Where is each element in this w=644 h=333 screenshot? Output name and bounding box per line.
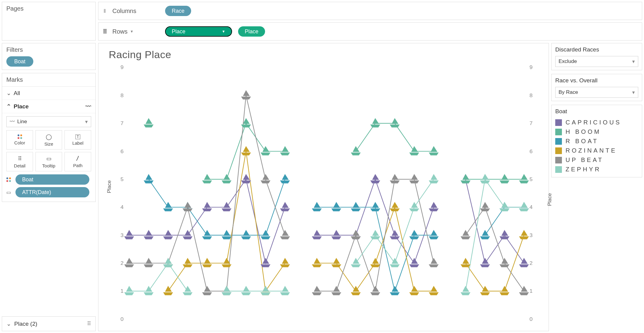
boat-mark[interactable] <box>351 146 361 155</box>
mark-tooltip-button[interactable]: ▭ Tooltip <box>35 152 62 171</box>
boat-mark[interactable] <box>460 174 470 183</box>
boat-mark[interactable] <box>202 286 212 295</box>
boat-mark[interactable] <box>460 230 470 239</box>
tooltip-pill-date[interactable]: ATTR(Date) <box>15 187 89 197</box>
columns-pill-race[interactable]: Race <box>165 6 191 16</box>
legend-item[interactable]: UP BEAT <box>555 155 638 165</box>
boat-mark[interactable] <box>124 286 134 295</box>
mark-label-button[interactable]: T Label <box>65 130 91 150</box>
boat-mark[interactable] <box>183 286 193 295</box>
boat-mark[interactable] <box>280 146 290 155</box>
mark-color-button[interactable]: Color <box>6 130 33 150</box>
boat-mark[interactable] <box>351 258 361 267</box>
boat-mark[interactable] <box>370 230 380 239</box>
boat-mark[interactable] <box>261 174 271 183</box>
boat-mark[interactable] <box>222 202 232 211</box>
boat-mark[interactable] <box>261 286 271 295</box>
pill-dropdown-icon[interactable]: ▼ <box>222 29 225 34</box>
boat-mark[interactable] <box>261 146 271 155</box>
color-encoding-row[interactable]: Boat <box>6 174 91 185</box>
filters-shelf[interactable]: Filters Boat <box>2 43 96 70</box>
boat-mark[interactable] <box>390 258 400 267</box>
boat-mark[interactable] <box>409 174 419 183</box>
boat-mark[interactable] <box>370 202 380 211</box>
boat-mark[interactable] <box>312 286 322 295</box>
boat-mark[interactable] <box>409 258 419 267</box>
boat-mark[interactable] <box>370 118 380 127</box>
boat-mark[interactable] <box>163 258 173 267</box>
boat-mark[interactable] <box>124 230 134 239</box>
boat-mark[interactable] <box>429 258 439 267</box>
boat-mark[interactable] <box>480 258 490 267</box>
boat-mark[interactable] <box>500 202 510 211</box>
boat-mark[interactable] <box>280 202 290 211</box>
boat-mark[interactable] <box>429 286 439 295</box>
columns-shelf[interactable]: ⦀ Columns Race <box>98 2 642 20</box>
marks-place-row[interactable]: ⌃ Place 〰 <box>2 100 95 113</box>
legend-item[interactable]: ROZINANTE <box>555 146 638 155</box>
boat-mark[interactable] <box>312 230 322 239</box>
boat-mark[interactable] <box>390 202 400 211</box>
boat-mark[interactable] <box>370 174 380 183</box>
rows-pill-place-2[interactable]: Place <box>238 26 265 37</box>
boat-mark[interactable] <box>429 146 439 155</box>
boat-mark[interactable] <box>390 230 400 239</box>
boat-mark[interactable] <box>280 174 290 183</box>
mark-size-button[interactable]: ◯ Size <box>35 130 62 150</box>
boat-mark[interactable] <box>390 174 400 183</box>
filter-pill-boat[interactable]: Boat <box>6 56 33 67</box>
boat-mark[interactable] <box>500 174 510 183</box>
boat-mark[interactable] <box>351 230 361 239</box>
boat-mark[interactable] <box>460 258 470 267</box>
boat-mark[interactable] <box>163 202 173 211</box>
boat-mark[interactable] <box>500 258 510 267</box>
boat-mark[interactable] <box>144 174 154 183</box>
legend-item[interactable]: ZEPHYR <box>555 165 638 174</box>
boat-mark[interactable] <box>202 202 212 211</box>
boat-mark[interactable] <box>222 286 232 295</box>
boat-mark[interactable] <box>280 230 290 239</box>
marks-place2-row[interactable]: ⌄ Place (2) ⠿ <box>2 316 96 331</box>
boat-mark[interactable] <box>280 286 290 295</box>
legend-item[interactable]: R BOAT <box>555 137 638 146</box>
boat-mark[interactable] <box>312 258 322 267</box>
boat-mark[interactable] <box>460 286 470 295</box>
boat-mark[interactable] <box>331 258 341 267</box>
mark-detail-button[interactable]: ⠿ Detail <box>6 152 33 171</box>
boat-mark[interactable] <box>163 286 173 295</box>
boat-mark[interactable] <box>519 202 529 211</box>
boat-mark[interactable] <box>370 258 380 267</box>
boat-mark[interactable] <box>409 286 419 295</box>
boat-mark[interactable] <box>480 202 490 211</box>
pages-shelf[interactable]: Pages <box>2 2 96 41</box>
boat-mark[interactable] <box>144 258 154 267</box>
boat-mark[interactable] <box>280 258 290 267</box>
boat-mark[interactable] <box>331 286 341 295</box>
rows-shelf[interactable]: ≣ Rows ▼ Place ▼ Place <box>98 22 642 41</box>
boat-mark[interactable] <box>163 230 173 239</box>
boat-mark[interactable] <box>241 90 251 100</box>
boat-mark[interactable] <box>183 202 193 211</box>
boat-mark[interactable] <box>409 202 419 211</box>
boat-mark[interactable] <box>241 230 251 239</box>
boat-mark[interactable] <box>144 230 154 239</box>
boat-mark[interactable] <box>331 202 341 211</box>
boat-mark[interactable] <box>480 230 490 239</box>
boat-mark[interactable] <box>124 258 134 267</box>
boat-mark[interactable] <box>261 230 271 239</box>
boat-mark[interactable] <box>312 202 322 211</box>
boat-mark[interactable] <box>519 230 529 239</box>
boat-mark[interactable] <box>409 230 419 239</box>
boat-mark[interactable] <box>409 146 419 155</box>
color-pill-boat[interactable]: Boat <box>15 174 89 185</box>
legend-item[interactable]: CAPRICIOUS <box>555 118 638 127</box>
boat-mark[interactable] <box>202 258 212 267</box>
boat-mark[interactable] <box>480 174 490 183</box>
boat-mark[interactable] <box>351 286 361 295</box>
race-overall-select[interactable]: By Race ▾ <box>555 87 638 98</box>
mark-type-select[interactable]: 〰 Line ▾ <box>6 116 91 127</box>
boat-mark[interactable] <box>519 258 529 267</box>
boat-mark[interactable] <box>370 286 380 295</box>
marks-all-row[interactable]: ⌄ All <box>2 87 95 100</box>
boat-mark[interactable] <box>144 286 154 295</box>
